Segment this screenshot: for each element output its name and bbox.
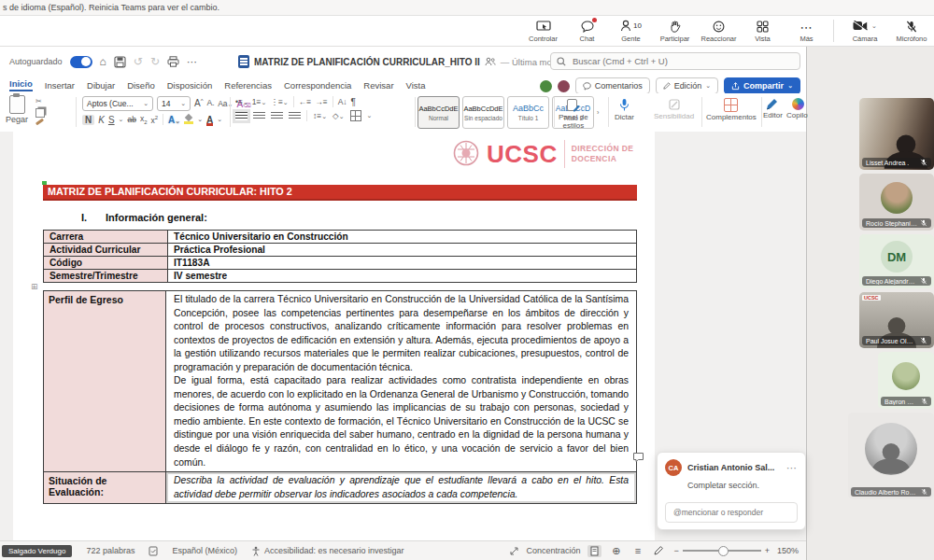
dictate-button[interactable]: Dictar — [615, 98, 634, 122]
format-painter-icon[interactable] — [35, 119, 44, 126]
zoom-slider-knob[interactable] — [718, 546, 729, 556]
react-button[interactable]: Reaccionar — [697, 20, 741, 43]
bullet-list-icon[interactable]: •≡⌄ — [235, 97, 248, 106]
align-right-button[interactable] — [271, 112, 283, 120]
print-layout-view-button[interactable] — [587, 545, 601, 557]
font-name-select[interactable]: Aptos (Cue...⌄ — [82, 96, 153, 111]
change-case-icon[interactable]: Aa⌄ — [218, 99, 233, 108]
bold-button[interactable]: N — [82, 115, 94, 125]
zoom-slider[interactable]: − + — [673, 546, 770, 555]
focus-view-button[interactable] — [652, 545, 666, 557]
style-normal[interactable]: AaBbCcDdE Normal — [417, 96, 460, 129]
redo-icon[interactable]: ↻ — [150, 55, 160, 68]
more-button[interactable]: ⋯ Más — [785, 20, 828, 43]
style-sin-espaciado[interactable]: AaBbCcDdE Sin espaciado — [462, 96, 504, 129]
print-icon[interactable] — [167, 56, 179, 67]
word-count[interactable]: 722 palabras — [86, 546, 134, 555]
proofing-status[interactable] — [149, 546, 158, 556]
language-status[interactable]: Español (México) — [172, 546, 237, 555]
comment-reply-box[interactable] — [665, 502, 798, 523]
collaborator-avatar-green[interactable] — [540, 80, 552, 92]
participant-tile-lisset[interactable]: Lisset Andrea . — [859, 98, 934, 170]
accessibility-status[interactable]: Accesibilidad: es necesario investigar — [251, 546, 404, 556]
underline-button[interactable]: S — [108, 115, 115, 125]
text-effects-icon[interactable]: A⌄ — [168, 115, 180, 125]
tab-dibujar[interactable]: Dibujar — [87, 80, 115, 91]
styles-gallery-more-icon[interactable]: › — [597, 109, 599, 116]
addins-button[interactable]: Complementos — [706, 98, 757, 122]
tab-inicio[interactable]: Inicio — [9, 78, 33, 91]
tab-insertar[interactable]: Insertar — [45, 80, 75, 91]
font-color-icon[interactable]: A — [206, 115, 213, 125]
numbered-list-icon[interactable]: 1≡⌄ — [252, 97, 267, 106]
collaborator-avatar-maroon[interactable] — [558, 80, 570, 92]
undo-icon[interactable]: ↺ — [134, 55, 143, 68]
style-titulo-1[interactable]: AaBbCc Título 1 — [507, 96, 549, 129]
draft-view-button[interactable]: ≡ — [630, 545, 644, 557]
cut-icon[interactable]: ✂ — [35, 97, 45, 105]
margin-comment-icon[interactable] — [632, 452, 644, 463]
align-justify-button[interactable] — [289, 112, 301, 120]
subscript-button[interactable]: x2 — [140, 114, 148, 125]
font-size-select[interactable]: 14⌄ — [157, 96, 191, 111]
italic-button[interactable]: K — [98, 115, 105, 125]
participant-tile-bayron[interactable]: Bayron Da... — [878, 352, 934, 409]
control-button[interactable]: Controlar — [521, 20, 565, 43]
copilot-button[interactable]: Copilot — [786, 98, 810, 120]
shading-icon[interactable]: ◇⌄ — [333, 111, 344, 120]
strikethrough-button[interactable]: ab — [127, 115, 135, 124]
focus-expand-icon[interactable] — [510, 547, 518, 555]
comments-button[interactable]: Comentarios — [575, 77, 650, 94]
comment-reply-input[interactable] — [672, 507, 791, 518]
tab-vista[interactable]: Vista — [406, 80, 426, 91]
chat-button[interactable]: Chat — [565, 20, 609, 43]
tab-referencias[interactable]: Referencias — [224, 80, 272, 91]
evaluation-placeholder-field[interactable]: Describa la actividad de evaluación y ap… — [166, 472, 637, 504]
highlight-icon[interactable] — [184, 115, 193, 124]
borders-icon[interactable] — [350, 110, 361, 121]
table-move-handle[interactable]: ⊞ — [31, 282, 38, 291]
save-icon[interactable] — [114, 56, 126, 68]
line-spacing-icon[interactable]: ↕≡⌄ — [313, 111, 327, 120]
sort-icon[interactable]: A↓ — [338, 97, 347, 106]
share-button[interactable]: Compartir ⌄ — [724, 77, 800, 94]
search-input[interactable] — [571, 55, 794, 67]
participant-tile-diego[interactable]: DM Diego Alejandro... — [859, 234, 934, 288]
tab-revisar[interactable]: Revisar — [363, 80, 393, 91]
raise-hand-button[interactable]: Participar — [653, 20, 697, 43]
home-icon[interactable]: ⌂ — [100, 55, 106, 68]
tab-correspondencia[interactable]: Correspondencia — [284, 80, 351, 91]
align-center-button[interactable] — [253, 112, 265, 120]
paste-button[interactable]: Pegar — [6, 95, 28, 124]
multilevel-list-icon[interactable]: ⋮≡⌄ — [270, 97, 288, 106]
zoom-level[interactable]: 150% — [777, 546, 799, 555]
sensitivity-button[interactable]: Sensibilidad — [654, 98, 694, 121]
camera-button[interactable]: ⌄ Cámara — [839, 20, 891, 43]
document-page[interactable]: UCSC DIRECCIÓN DEDOCENCIA MATRIZ DE PLAN… — [13, 132, 655, 541]
editing-mode-button[interactable]: Edición ⌄ — [656, 77, 718, 94]
align-left-button[interactable] — [235, 112, 248, 120]
web-layout-view-button[interactable]: ⊕ — [609, 545, 623, 557]
tab-disposicion[interactable]: Disposición — [167, 80, 213, 91]
comment-more-icon[interactable]: ⋯ — [786, 462, 798, 474]
participant-tile-claudio[interactable]: Claudio Alberto Rozas P — [848, 413, 934, 499]
view-button[interactable]: Vista — [741, 20, 785, 43]
grow-font-icon[interactable]: A^ — [194, 98, 204, 108]
camera-chevron-icon[interactable]: ⌄ — [871, 22, 877, 30]
editor-button[interactable]: Editor — [763, 98, 783, 120]
pilcrow-icon[interactable]: ¶ — [351, 97, 356, 107]
participant-tile-rocio[interactable]: Rocío Stephani ... — [859, 174, 934, 231]
decrease-indent-icon[interactable]: ←≡ — [299, 97, 311, 106]
titlebar-more-icon[interactable]: ⋯ — [187, 56, 197, 68]
participant-tile-paul[interactable]: UCSC Paul Josue Olmos — [859, 292, 934, 348]
autosave-toggle[interactable] — [70, 56, 92, 68]
shrink-font-icon[interactable]: Aˇ — [207, 98, 215, 109]
focus-mode-label[interactable]: Concentración — [526, 546, 580, 555]
styles-panel-button[interactable]: Panel de estilos — [559, 98, 588, 130]
copy-icon[interactable] — [35, 108, 45, 118]
tab-diseno[interactable]: Diseño — [127, 80, 155, 91]
microphone-button[interactable]: Micrófono — [891, 20, 932, 43]
people-button[interactable]: 10 Gente — [609, 20, 653, 43]
increase-indent-icon[interactable]: →≡ — [315, 97, 327, 106]
superscript-button[interactable]: x2 — [151, 115, 159, 125]
